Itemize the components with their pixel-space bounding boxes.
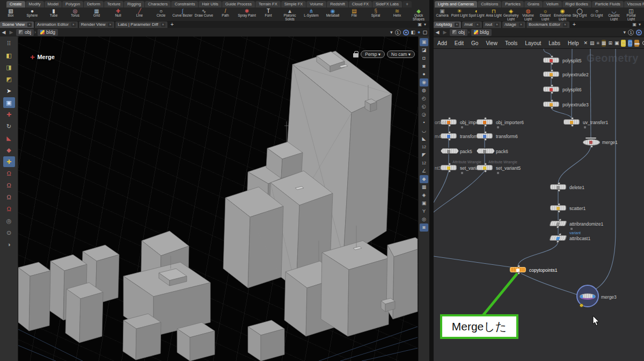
radial-menu-icon[interactable]: ◎ [420, 215, 428, 223]
snap-multi-magnet-icon[interactable]: Ω [3, 204, 15, 214]
shelf-tab-lights-and-cameras[interactable]: Lights and Cameras [435, 1, 477, 8]
pose-tool-icon[interactable]: ◆ [3, 145, 15, 155]
node-delete1[interactable]: delete1 [550, 184, 566, 190]
list-view-icon[interactable]: ≡ [597, 40, 599, 47]
shelf-tab-rigid-bodies[interactable]: Rigid Bodies [562, 1, 591, 8]
select-tool-icon[interactable]: ➤ [3, 85, 15, 96]
prim-markers-icon[interactable]: ◤ [420, 151, 428, 159]
menu-view[interactable]: View [482, 40, 501, 46]
material-sphere-icon[interactable]: ● [420, 70, 428, 78]
shelf-tool-caustic-light[interactable]: ◡Caustic Light [605, 8, 623, 21]
display-hooks-icon[interactable]: ◡ [420, 127, 428, 135]
net-tab-pane-dropdown-icon[interactable]: ▾ [639, 22, 641, 27]
reference-plane-icon[interactable]: ⊙ [3, 227, 15, 238]
node-copytopoints1[interactable]: copytopoints1 [510, 267, 526, 272]
pin-view-icon[interactable]: ◉ [420, 78, 428, 86]
lock-camera-icon[interactable]: ◘ [420, 54, 428, 62]
net-tab-pane-menu-icon[interactable]: ▣ [632, 22, 636, 27]
shelf-tab-terrain-fx[interactable]: Terrain FX [255, 1, 281, 8]
path-dropdown-icon[interactable]: ▾ [623, 30, 626, 35]
tripod-gnomon-icon[interactable]: Y [420, 207, 428, 215]
net-tab--stage[interactable]: /stage× [502, 21, 525, 28]
breadcrumb-root[interactable]: obj [16, 29, 34, 36]
history-forward-button[interactable]: ▶ [441, 30, 449, 35]
shelf-tab-simple-fx[interactable]: Simple FX [281, 1, 306, 8]
net-tab--mat[interactable]: /mat× [462, 21, 482, 28]
new-pane-icon[interactable]: ▣ [614, 40, 619, 47]
shelf-tab-particle-fluids[interactable]: Particle Fluids [592, 1, 624, 8]
pin-sphere-icon[interactable]: ● [418, 30, 420, 35]
shelf-tool-path[interactable]: /Path [215, 8, 236, 21]
snapshot-ring-icon[interactable] [403, 30, 409, 35]
menu-go[interactable]: Go [467, 40, 482, 46]
menu-add[interactable]: Add [434, 40, 451, 46]
shelf-tool-spray-paint[interactable]: ✱Spray Paint [236, 8, 258, 21]
shelf-tab-particles[interactable]: Particles [502, 1, 524, 8]
network-editor[interactable]: Geometry polysplit5polyextrude2polysplit… [434, 49, 644, 361]
shelf-tool-geometry-light[interactable]: ◈Geometry Light [502, 8, 519, 21]
shelf-tool-spot-light[interactable]: ◐Spot Light [468, 8, 485, 21]
viewport-canvas[interactable]: ✛ Merge Persp ▾ No cam ▾ [18, 37, 418, 361]
shelf-tool-environment-light[interactable]: ◉Environment Light [554, 8, 571, 21]
node-pack6[interactable]: pack6 [477, 148, 493, 154]
treasure-chest-icon[interactable]: ▬ [634, 40, 639, 47]
close-tab-icon[interactable]: × [519, 23, 523, 27]
shelf-tab-cloud-fx[interactable]: Cloud FX [349, 1, 372, 8]
pane-grip-icon[interactable]: ⠿ [3, 38, 15, 49]
shelf-tab-create[interactable]: Create [6, 1, 25, 8]
breadcrumb-node[interactable]: bldg [38, 29, 58, 36]
rotate-tool-icon[interactable]: ↻ [3, 121, 15, 132]
multi-grid-icon[interactable]: ▦ [420, 183, 428, 191]
shelf-tool-font[interactable]: TFont [258, 8, 279, 21]
shelf-tool-curve-bezier[interactable]: ∫Curve Bezier [172, 8, 193, 21]
pane-tab-render-view[interactable]: Render View× [79, 21, 115, 28]
shelf-tab-vellum[interactable]: Vellum [543, 1, 562, 8]
secure-selection-lock-icon[interactable]: ▣ [3, 97, 15, 108]
history-back-button[interactable]: ◀ [434, 30, 441, 35]
shelf-tool-box[interactable]: ▧Box [0, 8, 21, 21]
node-polyextrude2[interactable]: polyextrude2 [543, 71, 559, 77]
pane-divider[interactable] [429, 0, 434, 361]
shelf-tool-metaball[interactable]: ◉Metaball [322, 8, 343, 21]
show-handles-icon[interactable]: ✚ [3, 156, 15, 167]
no-cam-button[interactable]: No cam ▾ [387, 50, 415, 58]
close-tab-icon[interactable]: × [108, 23, 112, 27]
breadcrumb-root[interactable]: obj [450, 29, 467, 36]
shelf-tool-line[interactable]: ╱Line [129, 8, 150, 21]
close-tab-icon[interactable]: × [71, 23, 76, 27]
shelf-tab-redshift[interactable]: Redshift [327, 1, 348, 8]
node-transform5[interactable]: transform5 [441, 133, 457, 139]
display-slope-icon[interactable]: ◣ [420, 135, 428, 143]
shelf-tool-portal-light[interactable]: ◫Portal Light [623, 8, 640, 21]
net-tab--obj-bldg[interactable]: /obj/bldg× [434, 21, 461, 28]
pane-tab-animation-editor[interactable]: Animation Editor× [35, 21, 78, 28]
shelf-tab-viscous-fluids[interactable]: Viscous Fluids [624, 1, 644, 8]
pane-tab-pane-dropdown-icon[interactable]: ▾ [424, 22, 426, 27]
shelf-tab-volume[interactable]: Volume [306, 1, 326, 8]
shelf-tab-sidefx-labs[interactable]: SideFX Labs [372, 1, 402, 8]
close-tab-icon[interactable]: × [475, 23, 480, 27]
node-polysplit5[interactable]: polysplit5 [543, 57, 559, 63]
shelf-tab-add-tab[interactable]: + [402, 1, 412, 8]
snapshot-icon[interactable]: ▣ [420, 38, 428, 46]
background-image-icon[interactable]: ▢ [628, 40, 633, 47]
customize-tools-icon[interactable]: ✕ [584, 40, 588, 47]
shelf-tab-hair-utils[interactable]: Hair Utils [199, 1, 221, 8]
shelf-tool-camera[interactable]: ▣Camera [434, 8, 451, 21]
shelf-tool-point-light[interactable]: ☀Point Light [451, 8, 468, 21]
shelf-tab-characters[interactable]: Characters [145, 1, 171, 8]
shelf-tool-torus[interactable]: ◎Torus [64, 8, 86, 21]
shelf-tool-grid[interactable]: ▦Grid [86, 8, 107, 21]
stamp-display-icon[interactable]: ◶ [420, 111, 428, 119]
shelf-tool-l-system[interactable]: ⋔L-System [301, 8, 322, 21]
history-back-button[interactable]: ◀ [0, 30, 8, 35]
color-palette-grid-icon[interactable]: ▦ [602, 40, 606, 47]
node-set_variant4[interactable]: set_variant4Attribute Wrangle [441, 165, 457, 170]
shelf-tool-platonic-solids[interactable]: ▲Platonic Solids [279, 8, 301, 21]
prim-numbers-icon[interactable]: 12 [420, 159, 428, 167]
close-tab-icon[interactable]: × [495, 23, 499, 27]
menu-layout[interactable]: Layout [521, 40, 545, 46]
node-merge1[interactable]: merge1 [583, 139, 599, 145]
path-dropdown-icon[interactable]: ▾ [390, 30, 393, 35]
node-transform6[interactable]: transform6 [477, 133, 493, 139]
